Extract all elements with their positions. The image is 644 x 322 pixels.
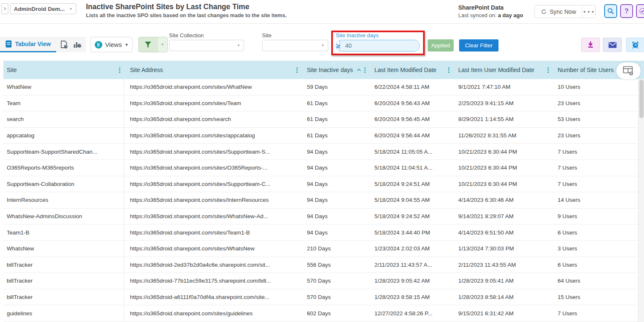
column-menu-icon[interactable]: [546, 66, 550, 74]
cell-inactive-days: 61 Days: [301, 111, 369, 127]
table-row[interactable]: WhatNew https://o365droid.sharepoint.com…: [3, 79, 644, 95]
table-settings-icon: [623, 66, 634, 76]
applied-badge: Applied: [428, 39, 454, 52]
cell-site: search: [3, 111, 124, 127]
cell-site-address: https://o365droid.sharepoint.com/sites/S…: [124, 176, 301, 192]
vertical-scrollbar[interactable]: [638, 79, 644, 322]
cell-user-count: 23 Users: [553, 128, 644, 144]
table-row[interactable]: billTracker https://o365droid-77b11ec59e…: [3, 273, 644, 289]
cell-last-user-modified: 10/21/2023 6:30:44 PM: [453, 160, 553, 176]
download-icon: [587, 41, 594, 49]
clear-filter-button[interactable]: Clear Filter: [459, 39, 499, 52]
column-menu-icon[interactable]: [295, 66, 299, 74]
table-row[interactable]: search https://o365droid.sharepoint.com/…: [3, 111, 644, 128]
cell-inactive-days: 61 Days: [301, 128, 369, 144]
column-menu-icon[interactable]: [118, 66, 122, 74]
table-row[interactable]: Team1-B https://o365droid.sharepoint.com…: [3, 224, 644, 241]
table-row[interactable]: WhatsNew https://o365droid.sharepoint.co…: [3, 241, 644, 257]
organization-dropdown[interactable]: AdminDroid Dem... ▼: [10, 3, 76, 14]
cell-last-modified: 12/27/2022 4:58:26 P...: [369, 305, 453, 321]
cell-last-user-modified: 1/13/2024 7:30:03 PM: [453, 241, 553, 257]
table-header-row: Site Site Address Site Inactive days Las…: [3, 61, 644, 79]
greater-equal-icon: ≥: [336, 42, 340, 49]
cell-site: billTracker: [3, 257, 124, 273]
download-button[interactable]: [581, 38, 600, 52]
cell-inactive-days: 94 Days: [301, 176, 369, 192]
table-row[interactable]: billTracker https://o365droid-2ed37b2d0a…: [3, 257, 644, 273]
cell-site: WhatsNew: [3, 241, 124, 257]
ellipsis-icon: ● ● ●: [583, 10, 594, 14]
organization-label: AdminDroid Dem...: [14, 6, 65, 12]
schedule-button[interactable]: [626, 38, 644, 52]
cell-site: Supportteam-SupportSharedChan...: [3, 144, 124, 160]
collapse-sidebar-button[interactable]: >: [1, 3, 8, 14]
sync-more-button[interactable]: ● ● ●: [582, 5, 595, 18]
views-count-badge: 5: [95, 41, 102, 49]
views-dropdown[interactable]: 5 Views ▼: [91, 37, 132, 52]
site-collection-label: Site Collection: [169, 32, 204, 39]
cell-last-modified: 5/18/2024 9:24:52 AM: [369, 209, 453, 224]
table-row[interactable]: Supportteam-SupportSharedChan... https:/…: [3, 144, 644, 160]
cell-user-count: 7 Users: [553, 176, 644, 192]
cell-user-count: 9 Users: [553, 209, 644, 224]
column-settings-button[interactable]: [616, 62, 641, 79]
column-header-site-inactive-days[interactable]: Site Inactive days: [301, 61, 369, 79]
scrollbar-thumb[interactable]: [639, 80, 644, 118]
cell-site: billTracker: [3, 273, 124, 289]
help-button[interactable]: ?: [620, 4, 633, 18]
column-menu-icon[interactable]: [447, 66, 451, 74]
cell-site-address: https://o365droid-a6111f0a70df4a.sharepo…: [124, 289, 301, 305]
column-header-last-item-user-modified[interactable]: Last Item User Modified Date: [453, 61, 553, 79]
column-header-last-item-modified[interactable]: Last Item Modified Date: [369, 61, 453, 79]
cell-inactive-days: 59 Days: [301, 79, 369, 95]
gear-icon: [629, 72, 633, 75]
tasks-button[interactable]: [636, 4, 644, 18]
tab-tabular-view-label: Tabular View: [15, 41, 51, 47]
site-collection-select[interactable]: ▼: [169, 40, 244, 51]
table-row[interactable]: InternResources https://o365droid.sharep…: [3, 192, 644, 209]
sync-now-button[interactable]: Sync Now: [535, 5, 582, 18]
sort-ascending-icon: [357, 69, 361, 71]
question-mark-icon: ?: [625, 8, 629, 15]
column-menu-icon[interactable]: [363, 66, 367, 74]
site-inactive-days-filter: ≥: [336, 40, 420, 52]
cell-inactive-days: 61 Days: [301, 95, 369, 111]
cell-inactive-days: 570 Days: [301, 289, 369, 305]
cell-site: guidelines: [3, 305, 124, 321]
filter-options-button[interactable]: ▼: [157, 37, 167, 52]
site-inactive-days-input[interactable]: [340, 40, 420, 51]
table-row[interactable]: appcatalog https://o365droid.sharepoint.…: [3, 128, 644, 144]
last-synced-text: Last synced on: a day ago: [458, 12, 523, 20]
search-button[interactable]: [604, 4, 617, 18]
cell-user-count: 6 Users: [553, 257, 644, 273]
site-select[interactable]: ▼: [262, 40, 328, 51]
report-view-button[interactable]: [59, 37, 70, 52]
cell-site-address: https://o365droid.sharepoint.com/sites/a…: [124, 128, 301, 144]
cell-user-count: 6 Users: [553, 224, 644, 240]
cell-user-count: 23 Users: [553, 95, 644, 111]
cell-site-address: https://o365droid-77b11ec59e3175.sharepo…: [124, 273, 301, 289]
cell-inactive-days: 94 Days: [301, 144, 369, 160]
email-button[interactable]: [603, 38, 622, 52]
filter-button[interactable]: [139, 37, 157, 52]
column-header-site-address[interactable]: Site Address: [124, 61, 301, 79]
cell-user-count: 7 Users: [553, 160, 644, 176]
chevron-down-icon: ▼: [237, 44, 240, 47]
table-row[interactable]: Team https://o365droid.sharepoint.com/si…: [3, 95, 644, 112]
table-row[interactable]: WhatsNew-AdminsDiscussion https://o365dr…: [3, 209, 644, 225]
sync-source-label: SharePoint Data: [458, 3, 523, 12]
chart-view-button[interactable]: [72, 37, 83, 52]
refresh-icon: [541, 9, 547, 15]
sync-button-group: Sync Now ● ● ●: [535, 5, 596, 18]
table-row[interactable]: O365Reports-M365reports https://o365droi…: [3, 160, 644, 176]
table-row[interactable]: billTracker https://o365droid-a6111f0a70…: [3, 289, 644, 306]
cell-user-count: 64 Users: [553, 273, 644, 289]
table-row[interactable]: guidelines https://o365droid.sharepoint.…: [3, 305, 644, 322]
document-icon: [5, 40, 12, 48]
column-header-site[interactable]: Site: [3, 61, 124, 79]
report-table: Site Site Address Site Inactive days Las…: [3, 61, 644, 322]
greater-equal-operator-button[interactable]: ≥: [336, 40, 340, 51]
table-row[interactable]: Supportteam-Collaboration https://o365dr…: [3, 176, 644, 193]
cell-site: InternResources: [3, 192, 124, 208]
tab-tabular-view[interactable]: Tabular View: [0, 37, 56, 52]
